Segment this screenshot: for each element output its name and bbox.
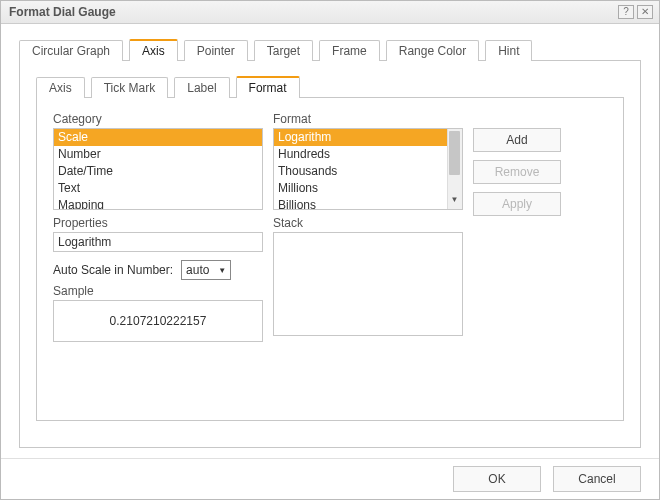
chevron-down-icon: ▼ — [218, 266, 226, 275]
list-item[interactable]: Text — [54, 180, 262, 197]
tab-pointer[interactable]: Pointer — [184, 40, 248, 61]
dialog-body: Circular Graph Axis Pointer Target Frame… — [1, 24, 659, 458]
close-icon[interactable]: ✕ — [637, 5, 653, 19]
list-item[interactable]: Billions — [274, 197, 462, 210]
remove-button-label: Remove — [495, 165, 540, 179]
tab-hint[interactable]: Hint — [485, 40, 532, 61]
label-auto-scale: Auto Scale in Number: — [53, 263, 173, 277]
chevron-down-icon[interactable]: ▼ — [447, 195, 462, 209]
list-item[interactable]: Number — [54, 146, 262, 163]
list-item[interactable]: Millions — [274, 180, 462, 197]
list-item[interactable]: Scale — [54, 129, 262, 146]
label-format: Format — [273, 112, 473, 126]
subtab-label[interactable]: Label — [174, 77, 229, 98]
cancel-button[interactable]: Cancel — [553, 466, 641, 492]
label-category: Category — [53, 112, 273, 126]
tab-target[interactable]: Target — [254, 40, 313, 61]
sample-value: 0.2107210222157 — [110, 314, 207, 328]
apply-button[interactable]: Apply — [473, 192, 561, 216]
help-icon[interactable]: ? — [618, 5, 634, 19]
scrollbar[interactable]: ▼ — [447, 129, 462, 209]
list-item[interactable]: Hundreds — [274, 146, 462, 163]
label-sample: Sample — [53, 284, 273, 298]
select-auto-scale-value: auto — [186, 263, 209, 277]
label-properties: Properties — [53, 216, 273, 230]
input-properties-value: Logarithm — [58, 235, 111, 249]
outer-tabbar: Circular Graph Axis Pointer Target Frame… — [19, 38, 641, 60]
tab-range-color[interactable]: Range Color — [386, 40, 479, 61]
listbox-category[interactable]: Scale Number Date/Time Text Mapping — [53, 128, 263, 210]
dialog-footer: OK Cancel — [1, 458, 659, 499]
list-item[interactable]: Logarithm — [274, 129, 447, 146]
inner-tabpanel: Category Scale Number Date/Time Text Map… — [36, 97, 624, 421]
apply-button-label: Apply — [502, 197, 532, 211]
sample-display: 0.2107210222157 — [53, 300, 263, 342]
tab-frame[interactable]: Frame — [319, 40, 380, 61]
dialog-title: Format Dial Gauge — [9, 5, 615, 19]
subtab-axis[interactable]: Axis — [36, 77, 85, 98]
cancel-button-label: Cancel — [578, 472, 615, 486]
dialog-format-dial-gauge: Format Dial Gauge ? ✕ Circular Graph Axi… — [0, 0, 660, 500]
ok-button[interactable]: OK — [453, 466, 541, 492]
remove-button[interactable]: Remove — [473, 160, 561, 184]
tab-circular-graph[interactable]: Circular Graph — [19, 40, 123, 61]
scrollbar-thumb[interactable] — [449, 131, 460, 175]
subtab-format[interactable]: Format — [236, 76, 300, 98]
add-button-label: Add — [506, 133, 527, 147]
outer-tabpanel: Axis Tick Mark Label Format Category Sca… — [19, 60, 641, 448]
input-properties[interactable]: Logarithm — [53, 232, 263, 252]
listbox-format[interactable]: Logarithm Hundreds Thousands Millions Bi… — [273, 128, 463, 210]
subtab-tick-mark[interactable]: Tick Mark — [91, 77, 169, 98]
listbox-stack[interactable] — [273, 232, 463, 336]
select-auto-scale[interactable]: auto ▼ — [181, 260, 231, 280]
tab-axis[interactable]: Axis — [129, 39, 178, 61]
label-stack: Stack — [273, 216, 473, 230]
list-item[interactable]: Date/Time — [54, 163, 262, 180]
inner-tabbar: Axis Tick Mark Label Format — [36, 75, 624, 97]
list-item[interactable]: Mapping — [54, 197, 262, 210]
ok-button-label: OK — [488, 472, 505, 486]
row-auto-scale: Auto Scale in Number: auto ▼ — [53, 260, 273, 280]
title-bar: Format Dial Gauge ? ✕ — [1, 1, 659, 24]
add-button[interactable]: Add — [473, 128, 561, 152]
list-item[interactable]: Thousands — [274, 163, 462, 180]
